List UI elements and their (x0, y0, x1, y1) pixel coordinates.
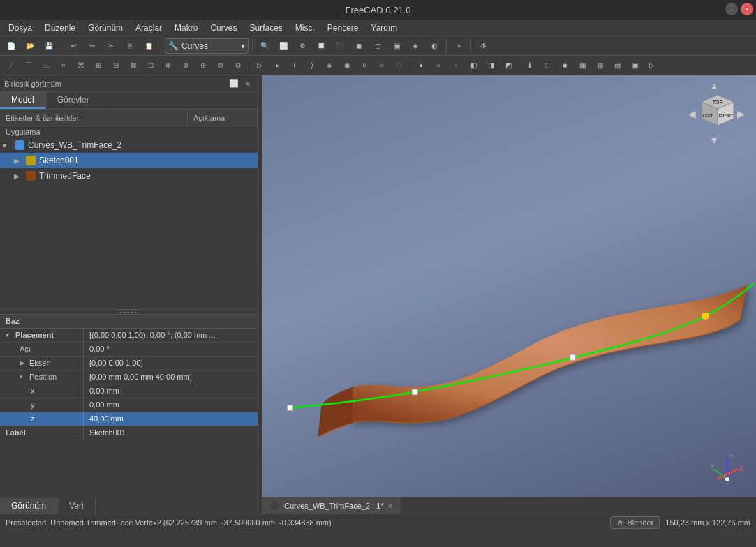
tb-c31[interactable]: □ (539, 57, 556, 74)
tb-view5[interactable]: ⬛ (332, 38, 348, 54)
tb-c7[interactable]: ⊟ (108, 57, 124, 74)
tb-view6[interactable]: ◼ (350, 38, 367, 54)
tb-c5[interactable]: ⌘ (73, 57, 89, 74)
tb-c28[interactable]: ◨ (482, 57, 499, 74)
menu-item-görünüm[interactable]: Görünüm (82, 22, 128, 34)
tree-item-sketch001[interactable]: ▶ Sketch001 (0, 153, 258, 168)
tb-c35[interactable]: ▤ (609, 57, 625, 74)
tb-c17[interactable]: ⟨ (286, 57, 303, 74)
tb-view3[interactable]: ⚙ (294, 38, 311, 54)
panel-splitter[interactable]: ----- (0, 309, 258, 315)
tb-c21[interactable]: ◊ (356, 57, 373, 74)
tb-new[interactable]: 📄 (3, 38, 20, 54)
tb-copy[interactable]: ⎘ (121, 38, 138, 54)
tb-c37[interactable]: ▷ (644, 57, 660, 74)
tb-c16[interactable]: ▸ (269, 57, 286, 74)
nav-arrow-left[interactable]: ◀ (688, 108, 696, 119)
tb-c34[interactable]: ▥ (591, 57, 608, 74)
viewport-tab-item[interactable]: ⬛ Curves_WB_TrimFace_2 : 1* × (262, 497, 400, 514)
prop-row-aci[interactable]: Açı 0,00 ° (0, 343, 258, 357)
tab-view[interactable]: Görünüm (0, 498, 58, 514)
tb-c13[interactable]: ⊜ (212, 57, 229, 74)
tb-c19[interactable]: ◈ (321, 57, 338, 74)
tb-settings[interactable]: ⚙ (475, 38, 491, 54)
menu-item-araçlar[interactable]: Araçlar (130, 22, 168, 34)
tb-more[interactable]: » (450, 38, 467, 54)
menu-item-dosya[interactable]: Dosya (3, 22, 38, 34)
tab-data[interactable]: Veri (58, 498, 96, 514)
prop-row-z[interactable]: z 40,00 mm (0, 412, 258, 426)
tb-c2[interactable]: ⌒ (20, 57, 37, 74)
tb-c18[interactable]: ⟩ (304, 57, 320, 74)
tb-c3[interactable]: ⌓ (38, 57, 54, 74)
menu-item-pencere[interactable]: Pencere (322, 22, 364, 34)
prop-name-eksen: ▶ Eksen (0, 357, 84, 370)
tb-c22[interactable]: ○ (373, 57, 390, 74)
tb-c9[interactable]: ⊡ (142, 57, 159, 74)
prop-row-position[interactable]: ▾ Position [0,00 mm 0,00 mm 40,00 mm] (0, 370, 258, 384)
tb-c26[interactable]: ◦ (447, 57, 464, 74)
tb-save[interactable]: 💾 (40, 38, 57, 54)
tb-undo[interactable]: ↩ (65, 38, 82, 54)
tb-view9[interactable]: ◈ (407, 38, 424, 54)
tb-open[interactable]: 📂 (22, 38, 38, 54)
workbench-dropdown[interactable]: 🔧 Curves ▾ (165, 38, 249, 54)
tb-view2[interactable]: ⬜ (275, 38, 292, 54)
tab-model[interactable]: Model (0, 92, 46, 109)
menubar: DosyaDüzenleGörünümAraçlarMakroCurvesSur… (0, 20, 756, 36)
tb-c14[interactable]: ⊝ (230, 57, 246, 74)
menu-item-surfaces[interactable]: Surfaces (244, 22, 288, 34)
tb-paste[interactable]: 📋 (140, 38, 157, 54)
menu-item-misc.[interactable]: Misc. (290, 22, 320, 34)
prop-row-y[interactable]: y 0,00 mm (0, 398, 258, 412)
tb-c29[interactable]: ◩ (500, 57, 517, 74)
viewport-tab-close[interactable]: × (388, 502, 392, 510)
tb-c32[interactable]: ■ (556, 57, 573, 74)
blender-button[interactable]: 🖱 Blender (610, 516, 660, 529)
tb-c15[interactable]: ▷ (251, 57, 268, 74)
tb-view1[interactable]: 🔍 (256, 38, 273, 54)
tb-c30[interactable]: ℹ (521, 57, 538, 74)
tb-c11[interactable]: ⊗ (177, 57, 194, 74)
tb-c36[interactable]: ▣ (626, 57, 643, 74)
tb-c8[interactable]: ⊠ (125, 57, 142, 74)
svg-point-9 (725, 477, 729, 481)
tb-c1[interactable]: ╱ (3, 57, 20, 74)
tab-tasks[interactable]: Görevler (46, 92, 101, 109)
tb-c4[interactable]: ⌗ (55, 57, 72, 74)
tb-c33[interactable]: ▦ (574, 57, 591, 74)
tb-cut[interactable]: ✂ (103, 38, 119, 54)
tree-item-trimmedface[interactable]: ▶ TrimmedFace (0, 168, 258, 183)
menu-item-curves[interactable]: Curves (205, 22, 242, 34)
combo-close-icon[interactable]: × (242, 78, 253, 89)
prop-row-x[interactable]: x 0,00 mm (0, 384, 258, 398)
tb-c24[interactable]: ● (413, 57, 429, 74)
nav-arrow-down[interactable]: ▼ (709, 135, 719, 145)
prop-row-placement[interactable]: ▾ Placement [(0,00 0,00 1,00); 0,00 °; (… (0, 329, 258, 343)
tb-view10[interactable]: ◐ (426, 38, 443, 54)
nav-arrow-right[interactable]: ▶ (737, 108, 745, 119)
tb-c25[interactable]: ○ (430, 57, 447, 74)
tb-c23[interactable]: ◌ (391, 57, 408, 74)
menu-item-makro[interactable]: Makro (169, 22, 203, 34)
tb-redo[interactable]: ↪ (84, 38, 101, 54)
tb-view8[interactable]: ▣ (388, 38, 405, 54)
prop-row-label[interactable]: Label Sketch001 (0, 426, 258, 440)
tb-c20[interactable]: ◉ (339, 57, 355, 74)
close-button[interactable]: × (741, 3, 753, 15)
prop-row-eksen[interactable]: ▶ Eksen [0,00 0,00 1,00] (0, 357, 258, 370)
tb-c12[interactable]: ⊛ (195, 57, 212, 74)
tb-view7[interactable]: ◻ (369, 38, 386, 54)
tb-c10[interactable]: ⊕ (160, 57, 177, 74)
menu-item-düzenle[interactable]: Düzenle (39, 22, 81, 34)
combo-expand-icon[interactable]: ⬜ (228, 78, 239, 89)
3d-viewport[interactable]: ▲ ▼ ◀ ▶ TOP LEFT FRONT (262, 75, 756, 514)
tree-arrow-sketch001: ▶ (14, 157, 22, 165)
minimize-button[interactable]: – (725, 3, 738, 15)
tb-c27[interactable]: ◧ (465, 57, 482, 74)
tree-item-app-root[interactable]: ▾ Curves_WB_TrimFace_2 (0, 137, 258, 153)
tb-view4[interactable]: 🔲 (313, 38, 329, 54)
menu-item-yardım[interactable]: Yardım (366, 22, 403, 34)
tb-c6[interactable]: ⊞ (90, 57, 107, 74)
tree-icon-root (14, 140, 25, 151)
